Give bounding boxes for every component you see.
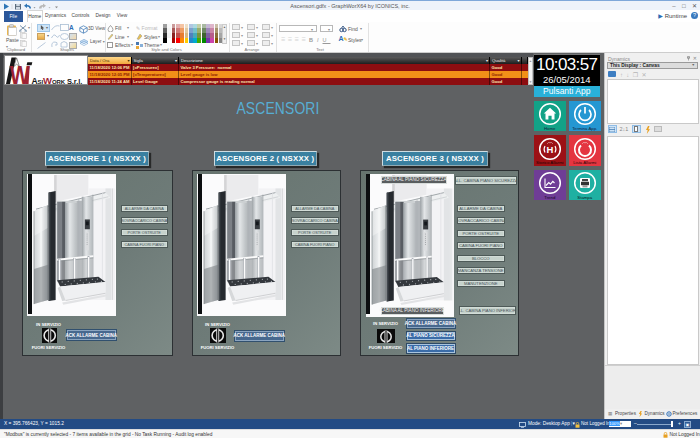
svg-text:ASIWORK S.r.l.: ASIWORK S.r.l.	[31, 74, 82, 85]
svg-text:H: H	[546, 143, 553, 154]
